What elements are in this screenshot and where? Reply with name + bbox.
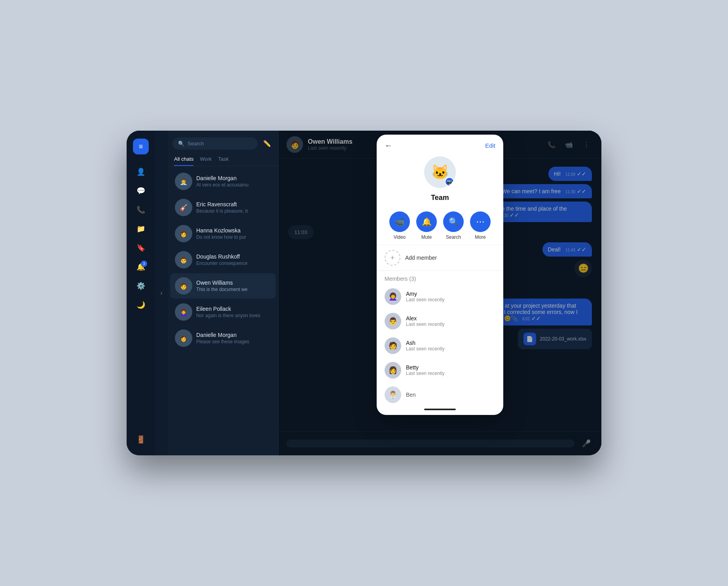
- action-circle-mute: 🔔: [416, 211, 437, 232]
- gear-icon: ⚙️: [136, 282, 145, 290]
- chat-item-danielle-morgan-2[interactable]: 👩 Danielle Morgan Please see these image…: [170, 325, 276, 351]
- modal-add-member[interactable]: + Add member: [377, 245, 503, 270]
- app-logo: ≡: [133, 139, 149, 154]
- chat-preview: At vero eos et accusamu: [196, 182, 271, 188]
- sidebar-item-saved[interactable]: 🔖: [133, 240, 149, 256]
- profile-icon: 👤: [136, 167, 145, 176]
- folder-icon: 📁: [136, 225, 145, 233]
- modal-action-search[interactable]: 🔍 Search: [443, 211, 464, 240]
- chat-info-owen-williams: Owen Williams This is the document we: [196, 280, 271, 292]
- chat-info-douglas-rushkoff: Douglas Rushkoff Encounter consequence: [196, 253, 271, 266]
- sidebar-nav: ≡ 👤 💬 📞 📁 🔖 🔔 3 ⚙️ 🌙 🚪: [127, 131, 155, 455]
- sidebar-item-phone[interactable]: 📞: [133, 202, 149, 218]
- avatar-hanna-kozlowska: 👩: [175, 225, 192, 242]
- modal-action-mute[interactable]: 🔔 Mute: [416, 211, 437, 240]
- member-avatar-alex: 👨: [385, 313, 401, 329]
- sidebar-item-chat[interactable]: 💬: [133, 183, 149, 199]
- member-item-betty[interactable]: 👩 Betty Last seen recently: [377, 358, 503, 382]
- chat-preview: This is the document we: [196, 287, 271, 292]
- sidebar-item-notifications[interactable]: 🔔 3: [133, 259, 149, 275]
- search-icon: 🔍: [178, 141, 184, 146]
- add-member-label: Add member: [405, 255, 437, 261]
- member-info-betty: Betty Last seen recently: [406, 364, 444, 376]
- chat-tabs: All chats Work Task: [168, 153, 278, 166]
- add-member-icon: +: [385, 250, 400, 266]
- action-label-mute: Mute: [421, 234, 432, 240]
- avatar-danielle-morgan-2: 👩: [175, 329, 192, 347]
- sidebar-item-profile[interactable]: 👤: [133, 164, 149, 180]
- modal-action-video[interactable]: 📹 Video: [389, 211, 410, 240]
- action-circle-search: 🔍: [443, 211, 464, 232]
- modal-action-more[interactable]: ⋯ More: [470, 211, 491, 240]
- chat-info-eileen-pollack: Eileen Pollack Nor again is there anyon …: [196, 306, 271, 318]
- member-avatar-amy: 👩‍🦱: [385, 288, 401, 305]
- camera-icon: 📷: [447, 179, 452, 185]
- chat-name: Hanna Kozlowska: [196, 227, 271, 234]
- member-item-alex[interactable]: 👨 Alex Last seen recently: [377, 309, 503, 333]
- member-name-ash: Ash: [406, 340, 444, 346]
- action-circle-more: ⋯: [470, 211, 491, 232]
- chat-name: Eric Ravenscraft: [196, 201, 271, 207]
- tab-all-chats[interactable]: All chats: [174, 156, 193, 166]
- member-item-ben[interactable]: 👨‍💼 Ben: [377, 382, 503, 407]
- member-status-amy: Last seen recently: [406, 297, 444, 303]
- logo-icon: ≡: [139, 143, 143, 151]
- chat-item-eric-ravenscraft[interactable]: 🎸 Eric Ravenscraft Because it is pleasur…: [170, 195, 276, 220]
- modal-edit-button[interactable]: Edit: [485, 142, 495, 149]
- chat-preview: Nor again is there anyon loves: [196, 313, 271, 318]
- compose-button[interactable]: ✏️: [261, 137, 273, 150]
- chat-name: Eileen Pollack: [196, 306, 271, 312]
- sidebar-item-folder[interactable]: 📁: [133, 221, 149, 237]
- video-icon: 📹: [395, 217, 405, 226]
- chat-list-panel: 🔍 Search ✏️ All chats Work Task 👨‍💼 Dani…: [168, 131, 279, 455]
- chat-item-hanna-kozlowska[interactable]: 👩 Hanna Kozlowska Do not know how to pur: [170, 221, 276, 246]
- chat-item-eileen-pollack[interactable]: 👩‍🦱 Eileen Pollack Nor again is there an…: [170, 299, 276, 325]
- sidebar-item-theme[interactable]: 🌙: [133, 297, 149, 313]
- chat-list-header: 🔍 Search ✏️: [168, 131, 278, 153]
- more-icon: ⋯: [476, 217, 485, 227]
- sidebar-item-settings[interactable]: ⚙️: [133, 278, 149, 294]
- modal-header: ← Edit: [377, 135, 503, 153]
- member-name-betty: Betty: [406, 364, 444, 371]
- member-name-alex: Alex: [406, 315, 444, 322]
- action-label-video: Video: [394, 234, 406, 240]
- member-item-amy[interactable]: 👩‍🦱 Amy Last seen recently: [377, 284, 503, 309]
- modal-bottom-bar: [377, 407, 503, 415]
- chat-info-hanna-kozlowska: Hanna Kozlowska Do not know how to pur: [196, 227, 271, 240]
- chat-name: Danielle Morgan: [196, 175, 271, 181]
- chat-item-danielle-morgan-1[interactable]: 👨‍💼 Danielle Morgan At vero eos et accus…: [170, 169, 276, 194]
- chat-name: Danielle Morgan: [196, 332, 271, 338]
- member-item-ash[interactable]: 🧑 Ash Last seen recently: [377, 333, 503, 358]
- notifications-badge: 3: [141, 261, 147, 267]
- avatar-eileen-pollack: 👩‍🦱: [175, 303, 192, 321]
- avatar-edit-badge[interactable]: 📷: [445, 177, 454, 186]
- modal-profile: 🐱 📷 Team: [377, 153, 503, 208]
- chat-preview: Do not know how to pur: [196, 234, 271, 240]
- tab-work[interactable]: Work: [200, 156, 212, 166]
- modal-group-name: Team: [431, 194, 449, 202]
- chat-info-danielle-morgan-1: Danielle Morgan At vero eos et accusamu: [196, 175, 271, 188]
- saved-icon: 🔖: [136, 244, 145, 252]
- chat-preview: Encounter consequence: [196, 261, 271, 266]
- modal-avatar: 🐱 📷: [424, 156, 456, 188]
- exit-icon: 🚪: [136, 435, 145, 444]
- modal-sheet: ← Edit 🐱 📷 Team: [377, 135, 503, 415]
- mute-icon: 🔔: [422, 217, 432, 226]
- modal-back-button[interactable]: ←: [385, 141, 392, 150]
- chat-item-owen-williams[interactable]: 🧑 Owen Williams This is the document we: [170, 273, 276, 299]
- chat-info-danielle-morgan-2: Danielle Morgan Please see these images: [196, 332, 271, 344]
- expand-arrow[interactable]: ›: [157, 288, 166, 298]
- member-avatar-ben: 👨‍💼: [385, 386, 401, 403]
- chat-name: Owen Williams: [196, 280, 271, 286]
- member-info-alex: Alex Last seen recently: [406, 315, 444, 327]
- chat-item-douglas-rushkoff[interactable]: 👨 Douglas Rushkoff Encounter consequence: [170, 247, 276, 272]
- search-bar[interactable]: 🔍 Search: [173, 137, 258, 150]
- tab-task[interactable]: Task: [218, 156, 229, 166]
- avatar-douglas-rushkoff: 👨: [175, 251, 192, 268]
- modal-actions: 📹 Video 🔔 Mute 🔍 Search: [377, 208, 503, 245]
- chat-icon: 💬: [136, 186, 145, 195]
- sidebar-item-exit[interactable]: 🚪: [133, 432, 149, 447]
- members-section: Members (3) 👩‍🦱 Amy Last seen recently 👨: [377, 270, 503, 407]
- chat-preview: Please see these images: [196, 339, 271, 344]
- action-label-more: More: [475, 234, 485, 240]
